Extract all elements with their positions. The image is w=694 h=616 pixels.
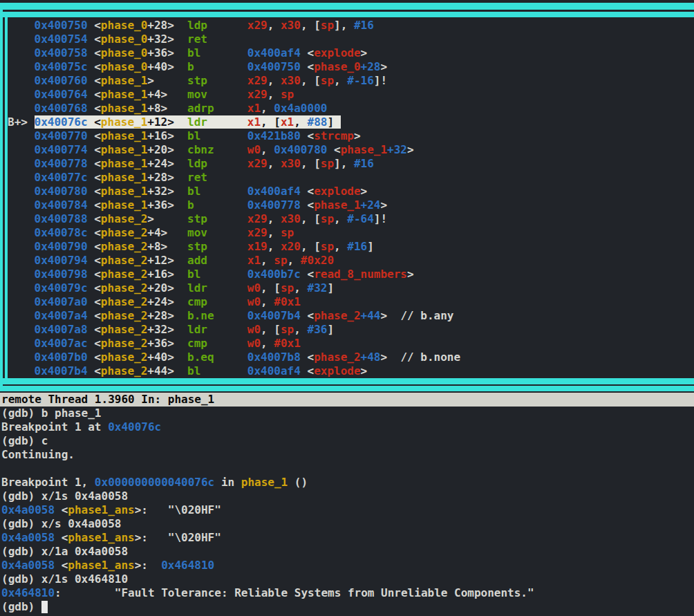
terminal-frame-top <box>0 3 694 10</box>
disassembly-window-border-top <box>0 12 694 17</box>
console-line: (gdb) x/1a 0x4a0058 <box>1 545 534 559</box>
disasm-row: 0x400798 <phase_2+16> bl 0x400b7c <read_… <box>8 268 460 281</box>
console-line: Breakpoint 1 at 0x40076c <box>1 420 534 434</box>
current-instruction-highlight: 0x40076c <phase_1+12> ldr x1, [x1, #88] <box>35 115 341 129</box>
console-line: (gdb) x/s 0x4a0058 <box>1 517 534 531</box>
gdb-console[interactable]: (gdb) b phase_1Breakpoint 1 at 0x40076c(… <box>1 407 534 614</box>
tui-status-bar: remote Thread 1.3960 In: phase_1 <box>0 393 694 407</box>
disasm-row: 0x4007a8 <phase_2+32> ldr w0, [sp, #36] <box>8 323 460 337</box>
disasm-row: 0x400754 <phase_0+32> ret <box>8 32 460 46</box>
disasm-row: 0x40075c <phase_0+40> b 0x400750 <phase_… <box>8 60 460 74</box>
console-line: 0x4a0058 <phase1_ans>: "\020HF" <box>1 531 534 545</box>
disasm-row: 0x400788 <phase_2> stp x29, x30, [sp, #-… <box>8 212 460 226</box>
console-line: (gdb) b phase_1 <box>1 407 534 420</box>
console-line: (gdb) <box>1 600 534 614</box>
disasm-row: 0x40079c <phase_2+20> ldr w0, [sp, #32] <box>8 281 460 295</box>
disasm-row: 0x400770 <phase_1+16> bl 0x421b80 <strcm… <box>8 129 460 143</box>
disasm-row: 0x40078c <phase_2+4> mov x29, sp <box>8 226 460 240</box>
disassembly-window-border-bottom <box>0 378 694 384</box>
disasm-row: 0x4007a0 <phase_2+24> cmp w0, #0x1 <box>8 295 460 309</box>
console-line: Continuing. <box>1 448 534 462</box>
console-line <box>1 462 534 476</box>
disasm-row: 0x400750 <phase_0+28> ldp x29, x30, [sp]… <box>8 19 460 32</box>
disasm-row: 0x400780 <phase_1+32> bl 0x400af4 <explo… <box>8 185 460 198</box>
console-line: 0x4a0058 <phase1_ans>: "\020HF" <box>1 503 534 517</box>
disasm-row: 0x400768 <phase_1+8> adrp x1, 0x4a0000 <box>8 102 460 115</box>
disasm-row: 0x400758 <phase_0+36> bl 0x400af4 <explo… <box>8 46 460 60</box>
disasm-row: 0x40077c <phase_1+28> ret <box>8 171 460 185</box>
terminal-frame-left <box>0 3 3 391</box>
disasm-row: 0x400794 <phase_2+12> add x1, sp, #0x20 <box>8 254 460 268</box>
disasm-row-current: B+> 0x40076c <phase_1+12> ldr x1, [x1, #… <box>8 115 460 129</box>
disasm-row: 0x400760 <phase_1> stp x29, x30, [sp, #-… <box>8 74 460 88</box>
disasm-row: 0x400784 <phase_1+36> b 0x400778 <phase_… <box>8 198 460 212</box>
console-line: 0x4a0058 <phase1_ans>: 0x464810 <box>1 559 534 572</box>
console-line: 0x464810: "Fault Tolerance: Reliable Sys… <box>1 586 534 600</box>
console-line: (gdb) x/1s 0x464810 <box>1 572 534 586</box>
disasm-row: 0x4007a4 <phase_2+28> b.ne 0x4007b4 <pha… <box>8 309 460 323</box>
disasm-row: 0x400764 <phase_1+4> mov x29, sp <box>8 88 460 102</box>
disasm-row: 0x400778 <phase_1+24> ldp x29, x30, [sp]… <box>8 157 460 171</box>
console-line: (gdb) x/1s 0x4a0058 <box>1 489 534 503</box>
terminal-cursor <box>41 601 48 613</box>
console-line: Breakpoint 1, 0x000000000040076c in phas… <box>1 476 534 489</box>
disassembly-window[interactable]: 0x400750 <phase_0+28> ldp x29, x30, [sp]… <box>8 19 460 378</box>
disasm-row: 0x400774 <phase_1+20> cbnz w0, 0x400780 … <box>8 143 460 157</box>
console-line: (gdb) c <box>1 434 534 448</box>
disasm-row: 0x4007b4 <phase_2+44> bl 0x400af4 <explo… <box>8 364 460 378</box>
disasm-row: 0x4007ac <phase_2+36> cmp w0, #0x1 <box>8 337 460 351</box>
terminal-frame-bottom <box>0 386 694 391</box>
disasm-row: 0x400790 <phase_2+8> stp x19, x20, [sp, … <box>8 240 460 254</box>
disasm-row: 0x4007b0 <phase_2+40> b.eq 0x4007b8 <pha… <box>8 351 460 364</box>
